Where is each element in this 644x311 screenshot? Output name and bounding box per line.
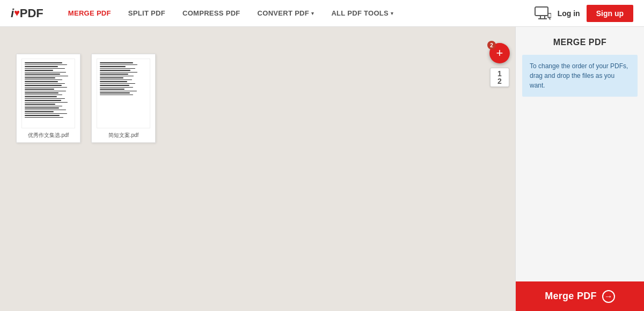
chevron-down-icon: ▾	[391, 11, 393, 16]
nav-compress-pdf[interactable]: COMPRESS PDF	[174, 0, 249, 27]
svg-line-4	[549, 17, 550, 20]
nav-convert-pdf[interactable]: CONVERT PDF ▾	[249, 0, 323, 27]
plus-icon: +	[496, 47, 503, 59]
desktop-icon[interactable]	[534, 6, 551, 21]
thumbnails-area: 优秀作文集选.pdf	[11, 38, 504, 148]
logo[interactable]: i♥PDF	[11, 6, 43, 20]
header-right: Log in Sign up	[534, 5, 633, 22]
chevron-down-icon: ▾	[311, 11, 314, 16]
svg-rect-0	[535, 7, 548, 16]
pdf-filename-2: 简短文案.pdf	[107, 128, 140, 142]
nav-all-tools[interactable]: ALL PDF TOOLS ▾	[323, 0, 402, 27]
nav-merge-pdf[interactable]: MERGE PDF	[60, 0, 120, 27]
sidebar-bottom: Merge PDF →	[516, 281, 644, 311]
logo-heart: ♥	[14, 8, 20, 19]
sort-button[interactable]: 12	[490, 68, 509, 87]
nav-split-pdf[interactable]: SPLIT PDF	[120, 0, 174, 27]
merge-pdf-button[interactable]: Merge PDF →	[516, 281, 644, 311]
list-item[interactable]: 简短文案.pdf	[91, 54, 156, 143]
logo-pdf: PDF	[20, 6, 43, 20]
pdf-lines-2	[97, 59, 150, 98]
sidebar-title: MERGE PDF	[516, 27, 644, 55]
header: i♥PDF MERGE PDF SPLIT PDF COMPRESS PDF C…	[0, 0, 644, 27]
files-count-badge: 2	[487, 41, 496, 49]
floating-actions: 2 + 12	[489, 43, 510, 87]
merge-button-label: Merge PDF	[545, 291, 597, 302]
login-button[interactable]: Log in	[558, 9, 580, 18]
signup-button[interactable]: Sign up	[587, 5, 633, 22]
merge-circle-icon: →	[602, 290, 615, 303]
pdf-preview-1	[21, 59, 75, 128]
main-nav: MERGE PDF SPLIT PDF COMPRESS PDF CONVERT…	[60, 0, 534, 27]
list-item[interactable]: 优秀作文集选.pdf	[16, 54, 80, 143]
pdf-filename-1: 优秀作文集选.pdf	[27, 128, 70, 142]
add-files-button[interactable]: 2 +	[489, 43, 510, 63]
content-area: 优秀作文集选.pdf	[0, 27, 515, 311]
main-layout: 优秀作文集选.pdf	[0, 27, 644, 311]
pdf-lines-1	[22, 59, 75, 121]
sort-icon: 12	[497, 70, 502, 85]
sidebar-info: To change the order of your PDFs, drag a…	[522, 55, 638, 97]
pdf-preview-2	[97, 59, 150, 128]
sidebar: MERGE PDF To change the order of your PD…	[515, 27, 644, 311]
